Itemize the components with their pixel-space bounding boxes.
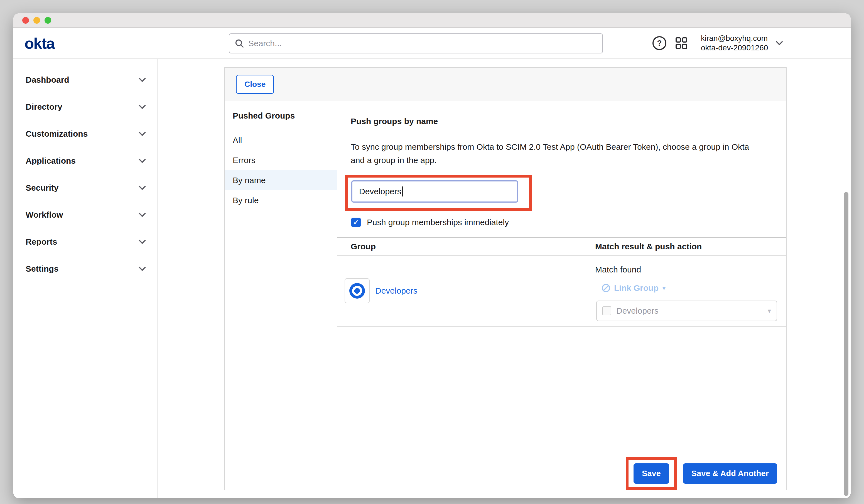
sidebar: Dashboard Directory Customizations Appli… <box>13 59 158 498</box>
search-input[interactable] <box>248 39 597 48</box>
subnav-item-by-name[interactable]: By name <box>225 170 337 190</box>
pane-description: To sync group memberships from Okta to S… <box>351 140 764 167</box>
chevron-down-icon <box>139 183 146 190</box>
chevron-down-icon <box>139 102 146 109</box>
group-link[interactable]: Developers <box>375 286 418 296</box>
app-header: okta ? kiran@boxyhq.com okta-dev-2090126… <box>13 28 851 59</box>
annotation-highlight-input: Developers <box>345 175 532 211</box>
user-org: okta-dev-20901260 <box>701 43 768 52</box>
search-icon <box>235 39 244 48</box>
main-row: Dashboard Directory Customizations Appli… <box>13 59 851 498</box>
sidebar-item-dashboard[interactable]: Dashboard <box>13 66 157 93</box>
close-button[interactable]: Close <box>236 75 274 94</box>
checkbox-label: Push group memberships immediately <box>367 218 509 227</box>
column-match-result: Match result & push action <box>595 242 786 251</box>
group-search-input-value: Developers <box>359 187 401 196</box>
sidebar-item-applications[interactable]: Applications <box>13 147 157 174</box>
caret-down-icon: ▾ <box>768 307 771 315</box>
user-email: kiran@boxyhq.com <box>701 34 768 43</box>
chevron-down-icon <box>139 156 146 163</box>
check-icon: ✓ <box>353 218 359 226</box>
panel-footer: Save Save & Add Another <box>337 457 786 490</box>
header-right-cluster: ? kiran@boxyhq.com okta-dev-20901260 <box>652 28 782 58</box>
main-content: Close Pushed Groups All Errors By name B… <box>158 59 851 498</box>
sidebar-item-settings[interactable]: Settings <box>13 255 157 282</box>
link-group-icon <box>602 284 610 292</box>
group-icon <box>345 278 370 303</box>
window-titlebar <box>13 13 851 28</box>
subnav-item-all[interactable]: All <box>225 130 337 150</box>
table-row: Developers Match found Link Group ▾ <box>337 256 786 327</box>
screenshot-stage: okta ? kiran@boxyhq.com okta-dev-2090126… <box>0 0 864 504</box>
chevron-down-icon <box>139 129 146 136</box>
group-cell: Developers <box>337 261 595 321</box>
window-close-button[interactable] <box>22 17 29 24</box>
push-immediately-checkbox[interactable]: ✓ <box>351 218 361 227</box>
app-group-select[interactable]: Developers ▾ <box>596 301 777 321</box>
group-search-input[interactable]: Developers <box>351 180 518 203</box>
by-name-pane: Push groups by name To sync group member… <box>337 101 786 490</box>
okta-logo[interactable]: okta <box>24 34 54 52</box>
subnav-item-by-rule[interactable]: By rule <box>225 190 337 211</box>
app-grid-icon[interactable] <box>675 37 687 49</box>
chevron-down-icon <box>139 237 146 244</box>
subnav-item-errors[interactable]: Errors <box>225 150 337 170</box>
subnav-title: Pushed Groups <box>225 110 337 121</box>
select-checkbox-icon <box>602 307 611 315</box>
annotation-highlight-save: Save <box>626 457 677 490</box>
vertical-scrollbar[interactable] <box>844 192 849 496</box>
chevron-down-icon <box>139 264 146 271</box>
link-group-label: Link Group <box>614 283 659 293</box>
browser-window: okta ? kiran@boxyhq.com okta-dev-2090126… <box>13 13 851 498</box>
account-menu[interactable]: kiran@boxyhq.com okta-dev-20901260 <box>701 34 768 52</box>
match-result-cell: Match found Link Group ▾ Developers <box>595 261 786 321</box>
chevron-down-icon <box>139 210 146 217</box>
pushed-groups-subnav: Pushed Groups All Errors By name By rule <box>225 101 337 490</box>
sidebar-item-security[interactable]: Security <box>13 174 157 201</box>
empty-area <box>337 327 786 457</box>
sidebar-item-customizations[interactable]: Customizations <box>13 120 157 147</box>
sidebar-item-directory[interactable]: Directory <box>13 93 157 120</box>
link-group-dropdown[interactable]: Link Group ▾ <box>602 283 786 293</box>
panel-body: Pushed Groups All Errors By name By rule… <box>225 101 786 490</box>
push-immediately-row: ✓ Push group memberships immediately <box>351 218 777 227</box>
panel-header: Close <box>225 68 786 101</box>
chevron-down-icon <box>139 75 146 82</box>
select-value: Developers <box>616 306 659 315</box>
caret-down-icon: ▾ <box>662 285 665 292</box>
window-minimize-button[interactable] <box>33 17 40 24</box>
save-button[interactable]: Save <box>634 463 669 484</box>
column-group: Group <box>337 242 595 251</box>
table-header: Group Match result & push action <box>337 237 786 256</box>
help-icon[interactable]: ? <box>652 36 667 50</box>
sidebar-item-workflow[interactable]: Workflow <box>13 201 157 228</box>
chevron-down-icon[interactable] <box>776 38 783 45</box>
window-zoom-button[interactable] <box>45 17 51 24</box>
sidebar-item-reports[interactable]: Reports <box>13 228 157 255</box>
save-add-another-button[interactable]: Save & Add Another <box>683 463 777 484</box>
group-donut-icon <box>349 283 365 299</box>
global-search[interactable] <box>229 33 603 53</box>
push-groups-panel: Close Pushed Groups All Errors By name B… <box>224 67 787 490</box>
pane-title: Push groups by name <box>351 116 777 127</box>
text-cursor <box>402 187 403 196</box>
match-status: Match found <box>595 261 786 274</box>
